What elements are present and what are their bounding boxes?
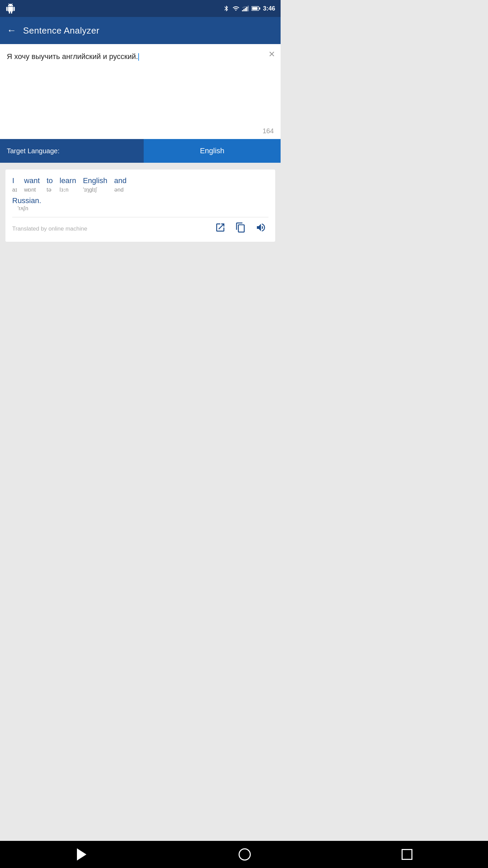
copy-icon — [235, 222, 246, 233]
word-group-english: English 'ɪŋglɪʃ — [83, 176, 107, 193]
word-learn: learn — [60, 176, 76, 185]
language-bar: Target Language: English — [0, 139, 281, 163]
phonetic-want: wɒnt — [24, 186, 36, 193]
separator — [12, 217, 268, 217]
char-count: 164 — [263, 127, 274, 135]
word-and: and — [114, 176, 127, 185]
app-bar: ← Sentence Analyzer — [0, 17, 281, 44]
word-want: want — [24, 176, 40, 185]
input-text-content: Я хочу выучить английский и русский. — [7, 52, 138, 61]
svg-rect-6 — [252, 7, 258, 10]
svg-rect-3 — [246, 7, 247, 11]
input-section: Я хочу выучить английский и русский. ✕ 1… — [0, 44, 281, 139]
result-section: I aɪ want wɒnt to tə learn lɜːn English … — [5, 170, 275, 242]
copy-button[interactable] — [233, 220, 248, 235]
text-cursor — [138, 53, 139, 61]
edit-icon — [215, 222, 226, 233]
word-row: I aɪ want wɒnt to tə learn lɜːn English … — [12, 176, 268, 193]
language-selector[interactable]: English — [144, 139, 281, 163]
app-title: Sentence Analyzer — [23, 25, 99, 36]
phonetic-learn: lɜːn — [60, 186, 68, 193]
wifi-icon — [232, 5, 239, 12]
status-bar-right: 3:46 — [223, 5, 275, 12]
edit-button[interactable] — [213, 220, 228, 235]
phonetic-russian: 'rʌʃn — [18, 205, 28, 211]
translated-by-label: Translated by online machine — [12, 225, 87, 232]
status-bar-left — [5, 3, 16, 14]
word-group-and: and ənd — [114, 176, 127, 193]
word-group-learn: learn lɜːn — [60, 176, 76, 193]
android-icon — [5, 3, 16, 14]
word-to: to — [46, 176, 53, 185]
battery-icon — [251, 6, 260, 11]
word-russian: Russian. — [12, 196, 41, 205]
phonetic-to: tə — [46, 186, 51, 193]
svg-rect-7 — [259, 7, 260, 9]
svg-rect-4 — [248, 6, 249, 12]
word-group-i: I aɪ — [12, 176, 17, 193]
phonetic-and: ənd — [114, 186, 124, 193]
action-icons — [213, 220, 268, 235]
svg-rect-2 — [245, 8, 246, 11]
svg-rect-1 — [243, 9, 244, 12]
sound-button[interactable] — [253, 220, 268, 235]
back-button[interactable]: ← — [7, 25, 16, 36]
signal-icon — [242, 5, 249, 12]
word-english: English — [83, 176, 107, 185]
word-i: I — [12, 176, 14, 185]
footer-row: Translated by online machine — [12, 223, 268, 235]
word-group-to: to tə — [46, 176, 53, 193]
russian-section: Russian. 'rʌʃn — [12, 196, 268, 212]
word-group-want: want wɒnt — [24, 176, 40, 193]
clear-button[interactable]: ✕ — [268, 50, 275, 59]
svg-rect-0 — [242, 10, 243, 11]
status-time: 3:46 — [263, 5, 275, 12]
phonetic-english: 'ɪŋglɪʃ — [83, 186, 97, 193]
bluetooth-icon — [223, 5, 230, 12]
status-bar: 3:46 — [0, 0, 281, 17]
target-language-label: Target Language: — [0, 139, 144, 163]
phonetic-i: aɪ — [12, 186, 17, 193]
input-text[interactable]: Я хочу выучить английский и русский. — [7, 51, 257, 119]
sound-icon — [256, 222, 266, 233]
